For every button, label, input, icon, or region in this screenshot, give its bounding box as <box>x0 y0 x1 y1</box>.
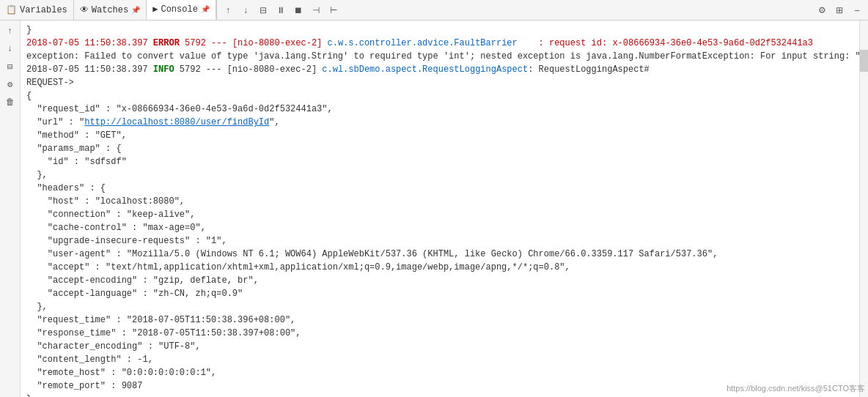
clear-left-button[interactable]: ⊣ <box>308 2 324 18</box>
log-line: "params_map" : { <box>26 142 853 155</box>
watches-pin-icon: 📌 <box>131 6 140 15</box>
sidebar-filter-button[interactable]: ⊟ <box>2 59 18 75</box>
main-area: ↑ ↓ ⊟ ⚙ 🗑 }2018-07-05 11:50:38.397 ERROR… <box>0 21 868 397</box>
log-line: exception: Failed to convert value of ty… <box>26 50 853 63</box>
log-line: "user-agent" : "Mozilla/5.0 (Windows NT … <box>26 248 853 261</box>
console-icon: ▶ <box>152 4 158 15</box>
watches-icon: 👁 <box>80 4 89 15</box>
log-line: 2018-07-05 11:50:38.397 INFO 5792 --- [n… <box>26 63 853 76</box>
log-line: } <box>26 23 853 37</box>
log-line: "character_encoding" : "UTF-8", <box>26 340 853 353</box>
log-line: "method" : "GET", <box>26 129 853 142</box>
log-line: "accept" : "text/html,application/xhtml+… <box>26 261 853 274</box>
minimize-button[interactable]: – <box>849 2 865 18</box>
log-line: "cache-control" : "max-age=0", <box>26 221 853 234</box>
log-line: "response_time" : "2018-07-05T11:50:38.3… <box>26 327 853 340</box>
scroll-down-button[interactable]: ↓ <box>238 2 254 18</box>
sidebar-down-button[interactable]: ↓ <box>2 41 18 57</box>
settings-button[interactable]: ⚙ <box>814 2 830 18</box>
log-line: "upgrade-insecure-requests" : "1", <box>26 234 853 248</box>
sidebar: ↑ ↓ ⊟ ⚙ 🗑 <box>0 21 21 397</box>
tab-console[interactable]: ▶ Console 📌 <box>147 0 216 20</box>
log-line: "headers" : { <box>26 182 853 195</box>
tab-watches[interactable]: 👁 Watches 📌 <box>74 0 147 20</box>
scrollbar[interactable] <box>859 21 868 397</box>
log-line: }, <box>26 300 853 313</box>
tab-console-label: Console <box>161 4 197 15</box>
log-line: "remote_port" : 9087 <box>26 379 853 393</box>
log-line: 2018-07-05 11:50:38.397 ERROR 5792 --- [… <box>26 37 853 50</box>
log-line: "connection" : "keep-alive", <box>26 208 853 221</box>
pause-button[interactable]: ⏸ <box>273 2 289 18</box>
toolbar-actions: ↑ ↓ ⊟ ⏸ ⏹ ⊣ ⊢ <box>217 2 345 18</box>
sidebar-trash-button[interactable]: 🗑 <box>2 94 18 110</box>
log-line: "url" : "http://localhost:8080/user/find… <box>26 116 853 129</box>
tab-variables[interactable]: 📋 Variables <box>0 0 74 20</box>
log-line: }, <box>26 168 853 182</box>
tab-watches-label: Watches <box>92 5 128 15</box>
log-line: REQUEST-> <box>26 76 853 89</box>
split-button[interactable]: ⊞ <box>831 2 847 18</box>
stop-button[interactable]: ⏹ <box>290 2 306 18</box>
log-line: "remote_host" : "0:0:0:0:0:0:0:1", <box>26 366 853 379</box>
log-line: "host" : "localhost:8080", <box>26 195 853 208</box>
variables-icon: 📋 <box>6 4 17 15</box>
log-line: } <box>26 393 853 397</box>
console-pin-icon: 📌 <box>201 5 210 14</box>
sidebar-settings-button[interactable]: ⚙ <box>2 76 18 92</box>
sidebar-up-button[interactable]: ↑ <box>2 23 18 40</box>
console-output[interactable]: }2018-07-05 11:50:38.397 ERROR 5792 --- … <box>21 21 859 397</box>
clear-right-button[interactable]: ⊢ <box>326 2 342 18</box>
filter-button[interactable]: ⊟ <box>255 2 271 18</box>
toolbar-right: ⚙ ⊞ – <box>814 2 868 18</box>
tab-variables-label: Variables <box>20 5 67 15</box>
log-line: "id" : "sdfsdf" <box>26 155 853 168</box>
log-line: { <box>26 89 853 103</box>
log-line: "content_length" : -1, <box>26 353 853 366</box>
log-line: "accept-language" : "zh-CN, zh;q=0.9" <box>26 287 853 300</box>
log-line: "accept-encoding" : "gzip, deflate, br", <box>26 274 853 287</box>
scroll-thumb[interactable] <box>860 50 868 72</box>
log-line: "request_time" : "2018-07-05T11:50:38.39… <box>26 313 853 327</box>
log-line: "request_id" : "x-08666934-36e0-4e53-9a6… <box>26 103 853 116</box>
scroll-up-button[interactable]: ↑ <box>220 2 236 18</box>
toolbar: 📋 Variables 👁 Watches 📌 ▶ Console 📌 ↑ ↓ … <box>0 0 868 21</box>
url-link[interactable]: http://localhost:8080/user/findById <box>84 117 269 127</box>
